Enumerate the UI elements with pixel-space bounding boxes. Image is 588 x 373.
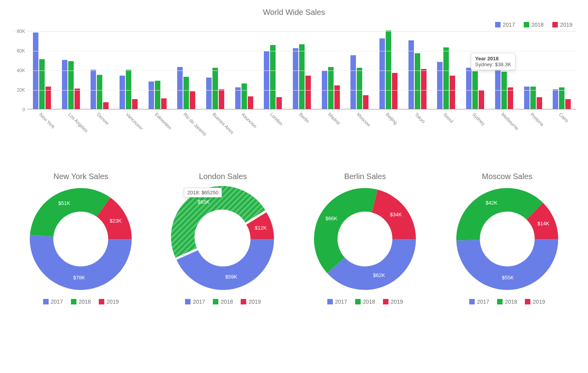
bar-group[interactable] — [374, 31, 403, 109]
bar[interactable] — [219, 89, 224, 109]
bar[interactable] — [350, 55, 356, 109]
bar[interactable] — [357, 68, 362, 109]
bar-group[interactable] — [143, 31, 172, 109]
legend-item-2018[interactable]: 2018 — [71, 299, 91, 305]
bar[interactable] — [293, 48, 298, 109]
donut-chart[interactable]: Moscow Sales$55K$42K$14K201720182019 — [441, 172, 574, 305]
bar[interactable] — [183, 77, 189, 109]
x-tick-label: Seoul — [432, 109, 461, 137]
bar[interactable] — [276, 97, 282, 109]
bar[interactable] — [299, 44, 305, 109]
legend-item-2017[interactable]: 2017 — [495, 22, 515, 28]
bar[interactable] — [421, 69, 426, 109]
gridline — [27, 90, 576, 91]
bar[interactable] — [495, 65, 501, 109]
legend-item-2018[interactable]: 2018 — [355, 299, 375, 305]
bar-group[interactable] — [172, 31, 201, 109]
donut-slice-label: $42K — [486, 200, 498, 206]
bar[interactable] — [132, 99, 138, 109]
bar[interactable] — [466, 68, 472, 109]
donut-chart[interactable]: London Sales$59K$65K$12K2018: $652502017… — [156, 172, 290, 305]
bar[interactable] — [97, 75, 102, 109]
bar[interactable] — [241, 83, 247, 109]
legend-item-2017[interactable]: 2017 — [327, 299, 347, 305]
bar[interactable] — [363, 95, 368, 109]
bar[interactable] — [270, 45, 276, 109]
legend-swatch-2019 — [552, 22, 558, 27]
bar[interactable] — [392, 73, 397, 109]
legend-item-2017[interactable]: 2017 — [185, 299, 205, 305]
bar[interactable] — [161, 98, 167, 109]
bar-group[interactable] — [27, 31, 56, 109]
bar[interactable] — [479, 91, 484, 109]
bar-group[interactable] — [230, 31, 259, 109]
bar[interactable] — [328, 67, 334, 109]
legend-item-2018[interactable]: 2018 — [497, 299, 517, 305]
bar-group[interactable] — [403, 31, 432, 109]
bar-group[interactable] — [85, 31, 114, 109]
legend-item-2019[interactable]: 2019 — [241, 299, 261, 305]
legend-item-2019[interactable]: 2019 — [383, 299, 403, 305]
bar-group[interactable] — [287, 31, 316, 109]
bar[interactable] — [206, 78, 212, 109]
bar[interactable] — [559, 87, 564, 109]
legend-item-2017[interactable]: 2017 — [43, 299, 63, 305]
bar-group[interactable] — [316, 31, 345, 109]
bar[interactable] — [62, 60, 67, 109]
bar-group[interactable] — [56, 31, 85, 109]
bar[interactable] — [379, 38, 385, 109]
bar-group[interactable] — [114, 31, 143, 109]
bar[interactable] — [149, 81, 154, 109]
bar[interactable] — [565, 99, 571, 109]
bar[interactable] — [450, 76, 455, 109]
donut-slice[interactable] — [456, 188, 543, 241]
bar-group[interactable] — [345, 31, 374, 109]
bar[interactable] — [386, 31, 391, 109]
bar[interactable] — [235, 87, 241, 109]
bar[interactable] — [305, 76, 311, 109]
bar[interactable] — [443, 47, 449, 109]
bar[interactable] — [39, 59, 45, 109]
bar[interactable] — [177, 67, 183, 109]
bar-group[interactable] — [201, 31, 230, 109]
bar[interactable] — [248, 96, 253, 109]
donut-slice-label: $51K — [58, 200, 71, 206]
bar-group[interactable] — [432, 31, 461, 109]
bar-group[interactable] — [259, 31, 288, 109]
bar[interactable] — [74, 89, 80, 109]
legend-label: 2017 — [193, 299, 205, 305]
donut-slice[interactable] — [327, 239, 416, 290]
bar[interactable] — [264, 51, 269, 109]
bar[interactable] — [126, 70, 131, 109]
bar[interactable] — [537, 97, 542, 109]
legend-swatch-2017 — [495, 22, 501, 27]
bar[interactable] — [415, 53, 420, 109]
donut-chart[interactable]: Berlin Sales$62K$66K$34K201720182019 — [298, 172, 432, 305]
bar[interactable] — [212, 68, 218, 109]
bar[interactable] — [553, 89, 558, 109]
legend-item-2019[interactable]: 2019 — [99, 299, 119, 305]
bar[interactable] — [334, 85, 340, 109]
bar[interactable] — [437, 62, 443, 109]
legend-item-2018[interactable]: 2018 — [524, 22, 544, 28]
donut-slice[interactable] — [30, 235, 132, 290]
x-tick-label: Moscow — [345, 109, 374, 137]
bar[interactable] — [155, 81, 160, 109]
legend-item-2018[interactable]: 2018 — [213, 299, 233, 305]
bar[interactable] — [508, 87, 513, 109]
gridline — [27, 51, 576, 51]
legend-item-2019[interactable]: 2019 — [525, 299, 545, 305]
bar[interactable] — [190, 91, 195, 109]
bar[interactable] — [103, 102, 109, 109]
bar-group[interactable] — [519, 31, 548, 109]
bar-group[interactable] — [547, 31, 576, 109]
bar[interactable] — [91, 70, 96, 109]
bar-chart[interactable]: 020K40K60K80K New YorkLos AngelesDenverV… — [12, 31, 576, 137]
legend-item-2019[interactable]: 2019 — [552, 22, 572, 28]
bar[interactable] — [120, 76, 125, 109]
legend-item-2017[interactable]: 2017 — [469, 299, 489, 305]
donut-chart[interactable]: New York Sales$78K$51K$23K201720182019 — [14, 172, 147, 305]
bar[interactable] — [68, 61, 74, 109]
donut-slice[interactable] — [30, 188, 111, 237]
donut-slice[interactable] — [456, 239, 558, 290]
